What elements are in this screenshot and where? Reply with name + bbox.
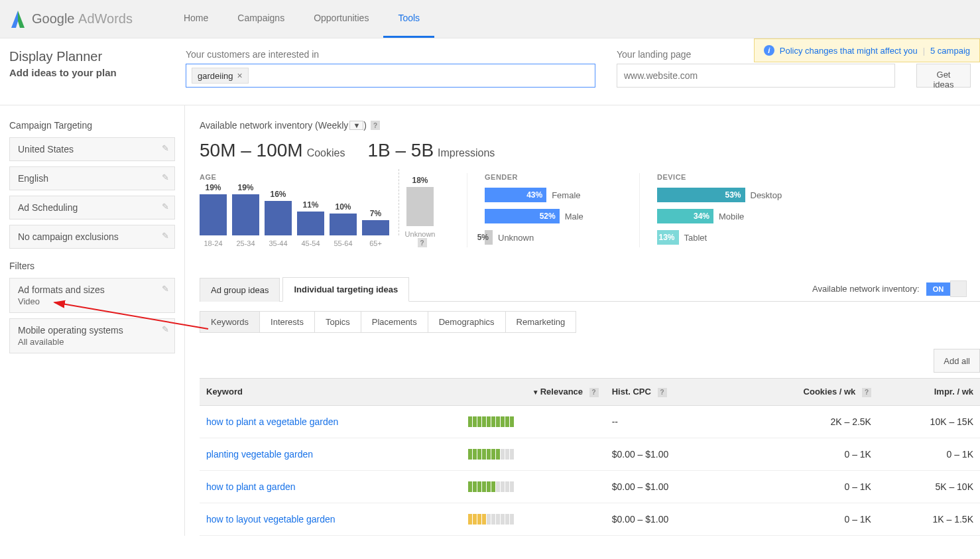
main: Campaign Targeting United States✎English…	[0, 105, 980, 536]
add-all-button[interactable]: Add all	[934, 349, 980, 373]
interest-tag: gardeiing ×	[192, 68, 249, 84]
filter-item[interactable]: Mobile operating systemsAll available✎	[9, 318, 175, 353]
targeting-item[interactable]: United States✎	[9, 137, 175, 161]
help-icon[interactable]: ?	[371, 121, 380, 130]
get-ideas-button[interactable]: Get ideas	[916, 64, 971, 88]
col-impr[interactable]: Impr. / wk	[878, 379, 980, 406]
pencil-icon[interactable]: ✎	[162, 202, 169, 212]
table-row: how to plant a garden$0.00 – $1.000 – 1K…	[200, 470, 980, 503]
impr-cell: 5K – 10K	[878, 470, 980, 503]
campaign-link[interactable]: 5 campaig	[930, 46, 970, 56]
keywords-table: Keyword ▼Relevance ? Hist. CPC ? Cookies…	[200, 378, 980, 536]
relevance-indicator	[468, 416, 598, 427]
cookies-cell: 0 – 1K	[731, 438, 878, 470]
col-cookies[interactable]: Cookies / wk ?	[731, 379, 878, 406]
page-title: Display Planner	[9, 49, 180, 64]
cookies-cell: 0 – 1K	[731, 503, 878, 535]
subtab-topics[interactable]: Topics	[314, 311, 361, 333]
ideas-tab[interactable]: Ad group ideas	[200, 278, 280, 302]
cookies-cell: 2K – 2.5K	[731, 405, 878, 438]
subtab-demographics[interactable]: Demographics	[428, 311, 506, 333]
ideas-tab[interactable]: Individual targeting ideas	[282, 277, 409, 302]
ideas-tabs: Ad group ideasIndividual targeting ideas…	[200, 277, 980, 302]
sidebar: Campaign Targeting United States✎English…	[0, 105, 184, 536]
col-cpc[interactable]: Hist. CPC ?	[605, 379, 732, 406]
device-chart: DEVICE 53%Desktop34%Mobile13%Tablet	[639, 173, 805, 247]
keyword-link[interactable]: how to layout vegetable garden	[206, 514, 336, 525]
info-icon: i	[764, 45, 774, 56]
hbar-row: 53%Desktop	[657, 188, 805, 202]
cpc-cell: $0.00 – $1.00	[605, 503, 732, 535]
period-dropdown[interactable]: ▼	[349, 121, 363, 130]
hbar-row: 43%Female	[485, 188, 633, 202]
cookies-stat: 50M – 100M	[200, 140, 303, 160]
policy-banner: i Policy changes that might affect you |…	[754, 38, 980, 62]
nav-tools[interactable]: Tools	[383, 0, 434, 38]
cpc-cell: --	[605, 405, 732, 438]
on-toggle[interactable]: ON	[926, 282, 951, 296]
pencil-icon[interactable]: ✎	[162, 324, 169, 334]
interest-label: Your customers are interested in	[186, 49, 595, 60]
interest-input[interactable]: gardeiing ×	[186, 64, 595, 88]
cookies-cell: 0 – 1K	[731, 470, 878, 503]
subtab-keywords[interactable]: Keywords	[200, 311, 260, 333]
impr-cell: 10K – 15K	[878, 405, 980, 438]
nav-campaigns[interactable]: Campaigns	[223, 0, 299, 38]
relevance-indicator	[468, 514, 598, 525]
age-bar: 10%55-64	[330, 202, 357, 247]
policy-link[interactable]: Policy changes that might affect you	[780, 46, 918, 56]
pencil-icon[interactable]: ✎	[162, 172, 169, 182]
nav-home[interactable]: Home	[169, 0, 223, 38]
help-icon[interactable]: ?	[658, 388, 667, 397]
relevance-indicator	[468, 481, 598, 492]
targeting-item[interactable]: English✎	[9, 166, 175, 190]
keyword-link[interactable]: how to plant a vegetable garden	[206, 416, 338, 427]
landing-page-input[interactable]	[617, 64, 895, 88]
impr-cell: 1K – 1.5K	[878, 503, 980, 535]
filter-item[interactable]: Ad formats and sizesVideo✎	[9, 278, 175, 313]
pencil-icon[interactable]: ✎	[162, 284, 169, 294]
logo: Google AdWords	[9, 9, 133, 29]
hbar-row: 34%Mobile	[657, 209, 805, 223]
table-row: how to layout vegetable garden$0.00 – $1…	[200, 503, 980, 535]
targeting-item[interactable]: Ad Scheduling✎	[9, 196, 175, 219]
help-icon[interactable]: ?	[589, 388, 599, 397]
pencil-icon[interactable]: ✎	[162, 231, 169, 241]
remove-tag-icon[interactable]: ×	[237, 70, 243, 81]
col-keyword[interactable]: Keyword	[200, 379, 461, 406]
age-bar: 19%18-24	[200, 183, 227, 247]
help-icon[interactable]: ?	[862, 388, 871, 397]
top-nav: HomeCampaignsOpportunitiesTools	[169, 0, 434, 38]
cpc-cell: $0.00 – $1.00	[605, 438, 732, 470]
impressions-stat: 1B – 5B	[367, 140, 434, 160]
subtab-remarketing[interactable]: Remarketing	[505, 311, 577, 333]
impr-cell: 0 – 1K	[878, 438, 980, 470]
hbar-row: 52%Male	[485, 209, 633, 223]
relevance-indicator	[468, 449, 598, 460]
toggle-off-side[interactable]	[950, 280, 967, 297]
help-icon[interactable]: ?	[418, 238, 427, 247]
table-row: planting vegetable garden$0.00 – $1.000 …	[200, 438, 980, 470]
content: Available network inventory (Weekly ▼ ) …	[184, 105, 980, 536]
keyword-link[interactable]: planting vegetable garden	[206, 449, 313, 460]
age-bar: 7%65+	[362, 209, 389, 247]
cpc-cell: $0.00 – $1.00	[605, 470, 732, 503]
hbar-row: 13%Tablet	[657, 230, 805, 245]
inventory-title: Available network inventory (Weekly ▼ ) …	[200, 120, 980, 131]
top-header: Google AdWords HomeCampaignsOpportunitie…	[0, 0, 980, 38]
age-bar: 19%25-34	[232, 183, 259, 247]
age-bar: 16%35-44	[265, 190, 292, 247]
hbar-row: 5%Unknown	[485, 230, 633, 245]
col-relevance[interactable]: ▼Relevance ?	[461, 379, 605, 406]
pencil-icon[interactable]: ✎	[162, 143, 169, 153]
filters-heading: Filters	[9, 261, 175, 271]
targeting-item[interactable]: No campaign exclusions✎	[9, 225, 175, 249]
age-chart: AGE 19%18-2419%25-3416%35-4411%45-5410%5…	[200, 173, 434, 247]
subtab-interests[interactable]: Interests	[259, 311, 315, 333]
subtab-placements[interactable]: Placements	[361, 311, 428, 333]
age-bar-unknown: 18%Unknown ?	[406, 176, 434, 247]
keyword-link[interactable]: how to plant a garden	[206, 481, 296, 492]
page-subtitle: Add ideas to your plan	[9, 67, 180, 78]
subtabs: KeywordsInterestsTopicsPlacementsDemogra…	[200, 311, 980, 333]
nav-opportunities[interactable]: Opportunities	[299, 0, 383, 38]
